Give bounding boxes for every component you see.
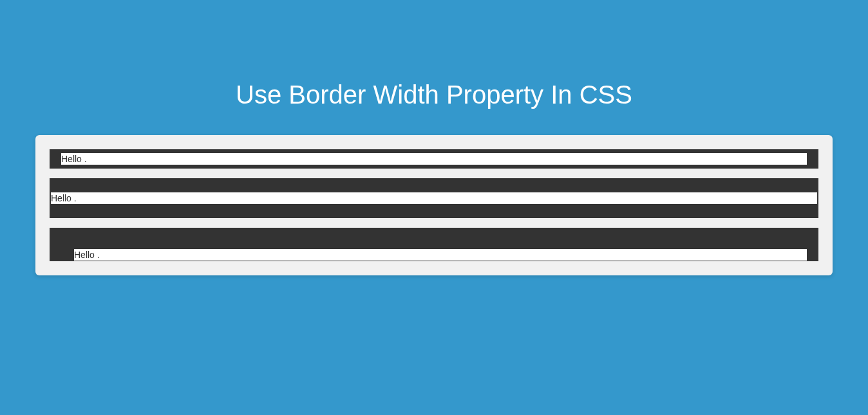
page-title: Use Border Width Property In CSS (0, 80, 868, 109)
demo-container: Hello . Hello . Hello . (35, 135, 833, 275)
border-demo-box-2: Hello . (50, 178, 818, 218)
border-demo-box-1: Hello . (50, 149, 818, 169)
border-demo-box-3: Hello . (50, 228, 818, 261)
